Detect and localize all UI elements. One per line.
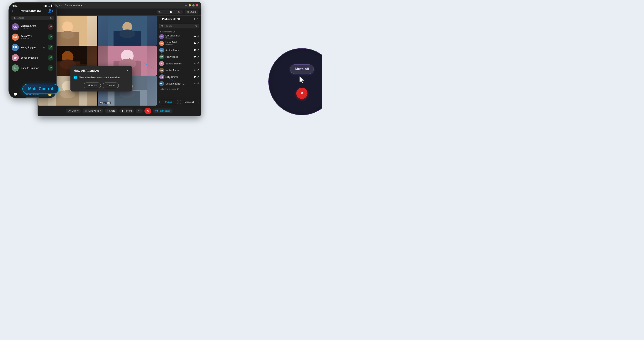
dialog-title: Mute All Attendees	[74, 69, 100, 72]
phone-search-input[interactable]: Search	[18, 17, 48, 19]
phone-avatar-sonali: SP	[12, 54, 19, 61]
phone-sort-icon[interactable]: ⇅	[50, 17, 52, 19]
stop-video-button[interactable]: 🎥 Stop video ▾	[82, 108, 103, 113]
mute-all-button[interactable]: Mute all	[159, 100, 178, 104]
zoom-out-button[interactable]: 🔍−	[158, 11, 162, 13]
panel-participant-isabella[interactable]: IB Isabella Brennan 🖥 🎤	[158, 60, 201, 67]
panel-participant-clarissa[interactable]: CS Clarissa Smith Host, me 💬 🎤	[158, 33, 201, 40]
zoom-thumb	[170, 11, 172, 13]
phone-mic-kevin[interactable]: 🎤	[48, 34, 54, 40]
participants-button[interactable]: 👥 Participants	[153, 108, 173, 113]
record-button[interactable]: ⏺ Record	[119, 108, 134, 113]
zoom-control[interactable]: 🔍− 🔍+	[156, 10, 183, 14]
dialog-mute-all-button[interactable]: Mute All	[84, 82, 101, 88]
video-cell-2	[98, 16, 157, 46]
panel-participant-austen[interactable]: AB Austen Baker 💬 🎤	[158, 47, 201, 54]
phone-mic-clarissa[interactable]: 🎤	[48, 24, 54, 30]
phone-participants-list: CS Clarissa Smith Host, me 🎤 KW Kevin Wo…	[9, 22, 56, 73]
video-label-6: Umar Patel	[100, 102, 111, 104]
unmute-all-button[interactable]: Unmute all	[180, 100, 199, 104]
panel-sub-clarissa: Host, me	[166, 37, 192, 39]
panel-participants-scroll[interactable]: In the meeting (8) CS Clarissa Smith Hos…	[158, 30, 201, 98]
panel-close-button[interactable]: ✕	[196, 18, 198, 20]
panel-chat-icon-henry-riggs: 💬	[194, 56, 196, 58]
dialog-checkbox[interactable]: ✓	[74, 76, 77, 79]
phone-home-indicator	[26, 97, 39, 98]
mute-all-close-button[interactable]: ✕	[296, 88, 308, 99]
window-time: 12:40	[182, 4, 188, 6]
cursor-icon	[298, 76, 305, 84]
dialog-cancel-button[interactable]: Cancel	[103, 82, 119, 88]
phone-participants-title: Participants (5)	[20, 9, 41, 12]
panel-participant-sofia[interactable]: SG Sofia Gomez 💬 🎤	[158, 74, 201, 80]
panel-search-bar[interactable]: 🔍 Search ⇅	[159, 24, 199, 28]
app-main-content: Clarissa Smith	[38, 16, 201, 106]
phone-search-bar[interactable]: 🔍 Search ⇅	[11, 16, 54, 20]
record-icon: ⏺	[122, 110, 124, 112]
more-button[interactable]: •••	[136, 108, 143, 113]
zoom-in-button[interactable]: 🔍+	[178, 11, 182, 13]
phone-mic-isabelle[interactable]: 🎤	[48, 65, 54, 71]
mute-all-pill[interactable]: Mute all	[290, 64, 314, 74]
panel-chevron-icon: ▾	[160, 18, 161, 20]
phone-participant-clarissa[interactable]: CS Clarissa Smith Host, me 🎤	[9, 22, 56, 32]
panel-not-in-meeting-label: Not in the meeting (2)	[158, 87, 201, 90]
panel-participant-umar[interactable]: UP Umar Patel Presenter 💬 🎤	[158, 40, 201, 47]
panel-icons-marise: 🖥 🎤	[194, 69, 199, 71]
panel-export-button[interactable]: ⬆	[193, 18, 195, 20]
stop-video-label: Stop video	[88, 110, 99, 112]
more-label: •••	[138, 110, 140, 112]
panel-participant-marise[interactable]: MT Marise Torres 🖥 🎤	[158, 67, 201, 74]
panel-participant-henry-riggs[interactable]: HR Henry Riggs 💬 🎤	[158, 54, 201, 60]
video-label-2	[100, 44, 101, 44]
phone-name-kevin: Kevin Woo	[20, 35, 46, 37]
panel-sort-icon[interactable]: ⇅	[195, 25, 197, 27]
panel-icons-clarissa: 💬 🎤	[194, 36, 199, 38]
dialog-checkbox-row: ✓ Allow attendees to unmute themselves	[74, 76, 129, 79]
phone-chat-icon[interactable]: 💬	[14, 92, 17, 96]
phone-back-button[interactable]: ‹	[12, 9, 13, 12]
end-call-button[interactable]: ✕	[144, 108, 151, 114]
phone-mic-sonali[interactable]: 🎤	[48, 55, 54, 60]
panel-participant-murad[interactable]: MH Murad Higgins 🖥 🎤	[158, 80, 201, 87]
phone-participant-kevin[interactable]: KW Kevin Woo Presenter 🎤	[9, 32, 56, 42]
dialog-body: ✓ Allow attendees to unmute themselves M…	[70, 74, 132, 92]
panel-in-meeting-label: In the meeting (8)	[158, 30, 201, 33]
phone-header: ‹ Participants (5) 👤+	[9, 8, 56, 14]
layout-button[interactable]: ⊞ Layout	[185, 10, 198, 14]
panel-icons-sofia: 💬 🎤	[194, 76, 199, 78]
layout-icon: ⊞	[187, 11, 189, 13]
panel-avatar-sofia: SG	[159, 74, 164, 80]
phone-add-participant-button[interactable]: 👤+	[48, 9, 54, 12]
mute-button[interactable]: 🎤 Mute ▾	[66, 108, 81, 113]
share-icon: ↑	[107, 110, 108, 112]
phone-participant-henry[interactable]: HR Henry Riggins ⊞ 🎤	[9, 42, 56, 52]
minimize-button[interactable]	[189, 4, 191, 6]
mute-control-bubble[interactable]: Mute Control	[22, 84, 59, 94]
phone-participant-sonali[interactable]: SP Sonali Pritchard 🎤	[9, 52, 56, 63]
panel-name-austen: Austen Baker	[166, 49, 192, 52]
participants-icon: 👥	[155, 110, 158, 112]
close-button[interactable]	[196, 4, 198, 6]
phone-mic-henry[interactable]: 🎤	[48, 44, 54, 50]
panel-avatar-austen: AB	[159, 48, 164, 52]
share-button[interactable]: ↑ Share	[105, 108, 118, 113]
show-menu-bar-button[interactable]: Show menu bar ▾	[65, 4, 82, 7]
maximize-button[interactable]	[192, 4, 194, 6]
phone-search-icon: 🔍	[14, 17, 16, 19]
panel-header: ▾ Participants (10) ⬆ ✕	[158, 16, 201, 22]
panel-search-input[interactable]: Search	[164, 25, 194, 27]
dialog-close-button[interactable]: ✕	[126, 69, 129, 72]
panel-avatar-marise: MT	[159, 68, 164, 73]
phone-avatar-isabelle: IB	[12, 64, 19, 72]
phone-participant-isabelle[interactable]: IB Isabelle Brennan 🎤	[9, 63, 56, 73]
zoom-slider[interactable]	[163, 12, 177, 12]
panel-mic-muted-icon-isabella: 🎤	[196, 62, 199, 65]
panel-chat-icon-isabella: 🖥	[194, 62, 196, 65]
mute-icon: 🎤	[68, 110, 71, 112]
record-label: Record	[124, 110, 132, 112]
svg-point-10	[120, 30, 135, 38]
svg-point-3	[62, 22, 73, 32]
video-chevron: ▾	[100, 110, 101, 112]
panel-actions: Mute all Unmute all	[158, 98, 201, 106]
